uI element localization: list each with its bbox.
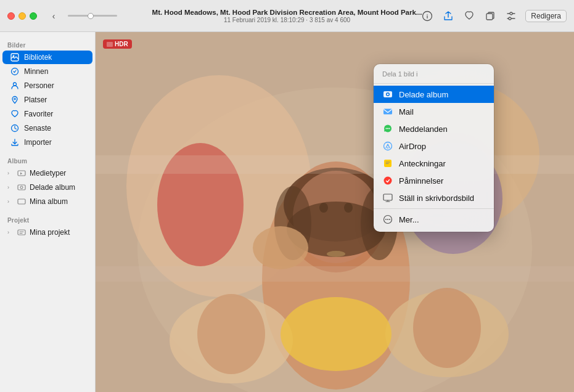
favorite-button[interactable] xyxy=(462,9,476,23)
sidebar-item-personer[interactable]: Personer xyxy=(2,79,92,92)
menu-item-delade-album[interactable]: Delade album xyxy=(374,86,494,103)
menu-separator-1 xyxy=(374,83,494,84)
menu-item-mail[interactable]: Mail xyxy=(374,103,494,120)
menu-item-skrivbord[interactable]: Ställ in skrivbordsbild xyxy=(374,189,494,206)
personer-icon xyxy=(10,81,20,91)
svg-point-47 xyxy=(389,128,390,129)
senaste-icon xyxy=(10,123,20,133)
share-menu-header: Dela 1 bild i xyxy=(374,68,494,81)
notes-menu-icon xyxy=(382,158,393,169)
mer-menu-label: Mer... xyxy=(399,215,419,224)
window-title: Mt. Hood Meadows, Mt. Hood Park Division… xyxy=(152,9,422,16)
chevron-icon-2: › xyxy=(7,184,14,190)
mail-menu-label: Mail xyxy=(399,107,414,116)
adjust-button[interactable] xyxy=(504,9,518,23)
importer-icon xyxy=(10,137,20,147)
senaste-label: Senaste xyxy=(24,124,51,133)
sidebar-item-favoriter[interactable]: Favoriter xyxy=(2,107,92,121)
mail-menu-icon xyxy=(382,106,393,117)
mina-album-icon xyxy=(17,197,27,206)
reminders-menu-icon xyxy=(382,175,393,186)
duplicate-button[interactable] xyxy=(483,9,497,23)
minimize-button[interactable] xyxy=(18,12,26,20)
window-subtitle: 11 Februari 2019 kl. 18:10:29 · 3 815 av… xyxy=(152,17,422,23)
chevron-icon-3: › xyxy=(7,198,14,205)
close-button[interactable] xyxy=(7,12,15,20)
svg-point-6 xyxy=(14,83,17,86)
sidebar-item-bibliotek[interactable]: Bibliotek xyxy=(2,51,92,64)
platser-label: Platser xyxy=(24,96,47,104)
svg-point-42 xyxy=(387,94,389,96)
svg-point-7 xyxy=(14,98,16,100)
sidebar-item-minnen[interactable]: Minnen xyxy=(2,65,92,78)
hdr-label: HDR xyxy=(115,41,128,47)
svg-point-46 xyxy=(387,128,388,129)
svg-rect-39 xyxy=(107,42,113,47)
menu-item-airdrop[interactable]: AirDrop xyxy=(374,137,494,155)
zoom-track xyxy=(68,15,117,17)
delade-album-icon xyxy=(17,182,27,192)
mina-projekt-icon xyxy=(17,227,27,237)
delade-album-label: Delade album xyxy=(30,183,75,192)
mina-projekt-label: Mina projekt xyxy=(30,228,70,237)
menu-item-meddelanden[interactable]: Meddelanden xyxy=(374,120,494,137)
bibliotek-icon xyxy=(10,52,20,62)
sidebar-item-mina-projekt[interactable]: › Mina projekt xyxy=(2,226,92,239)
platser-icon xyxy=(10,95,20,105)
medietyper-label: Medietyper xyxy=(30,169,66,178)
nav-buttons: ‹ xyxy=(37,9,117,23)
traffic-lights xyxy=(0,12,37,20)
photo-canvas xyxy=(96,32,574,392)
main-content: Bilder Bibliotek Minnen xyxy=(0,32,574,392)
sidebar-item-senaste[interactable]: Senaste xyxy=(2,121,92,135)
back-button[interactable]: ‹ xyxy=(47,9,60,23)
edit-button[interactable]: Redigera xyxy=(525,10,567,22)
svg-rect-12 xyxy=(18,199,25,204)
medietyper-icon xyxy=(17,168,27,178)
airdrop-menu-label: AirDrop xyxy=(399,142,426,151)
bilder-section-label: Bilder xyxy=(0,38,95,50)
more-menu-icon xyxy=(382,214,393,225)
mina-album-label: Mina album xyxy=(30,197,68,206)
svg-point-51 xyxy=(384,177,392,185)
svg-rect-52 xyxy=(383,194,392,200)
personer-label: Personer xyxy=(24,81,54,90)
maximize-button[interactable] xyxy=(30,12,37,20)
minnen-label: Minnen xyxy=(24,67,48,76)
meddelanden-menu-label: Meddelanden xyxy=(399,125,448,134)
sidebar-item-medietyper[interactable]: › Medietyper xyxy=(2,166,92,180)
svg-point-48 xyxy=(384,142,392,150)
svg-point-45 xyxy=(386,128,387,129)
sidebar: Bilder Bibliotek Minnen xyxy=(0,32,96,392)
info-button[interactable]: i xyxy=(420,9,434,23)
svg-point-55 xyxy=(387,219,388,220)
delade-album-menu-label: Delade album xyxy=(399,90,448,99)
skrivbord-menu-label: Ställ in skrivbordsbild xyxy=(399,194,474,203)
sidebar-item-delade-album[interactable]: › Delade album xyxy=(2,181,92,194)
svg-rect-13 xyxy=(18,230,25,235)
svg-rect-2 xyxy=(486,14,493,20)
zoom-slider-area[interactable] xyxy=(63,15,117,17)
sidebar-item-importer[interactable]: Importer xyxy=(2,136,92,149)
desktop-menu-icon xyxy=(382,192,393,203)
svg-point-56 xyxy=(389,219,390,220)
chevron-icon: › xyxy=(7,170,14,176)
svg-text:i: i xyxy=(427,14,428,20)
sidebar-item-platser[interactable]: Platser xyxy=(2,93,92,107)
menu-item-anteckningar[interactable]: Anteckningar xyxy=(374,155,494,172)
paminnelser-menu-label: Påminnelser xyxy=(399,176,443,186)
favoriter-label: Favoriter xyxy=(24,110,53,118)
projekt-section-label: Projekt xyxy=(0,213,95,225)
delade-album-menu-icon xyxy=(382,89,393,100)
sidebar-item-mina-album[interactable]: › Mina album xyxy=(2,195,92,208)
menu-item-paminnelser[interactable]: Påminnelser xyxy=(374,172,494,189)
messages-menu-icon xyxy=(382,123,393,134)
svg-point-49 xyxy=(387,147,388,149)
favoriter-icon xyxy=(10,109,20,119)
share-button[interactable] xyxy=(441,9,455,23)
svg-point-11 xyxy=(20,186,23,189)
photo-area: HDR Dela 1 bild i Delade album xyxy=(96,32,574,392)
titlebar-right: i Redigera xyxy=(420,9,567,23)
album-section-label: Album xyxy=(0,154,95,166)
menu-item-mer[interactable]: Mer... xyxy=(374,211,494,228)
